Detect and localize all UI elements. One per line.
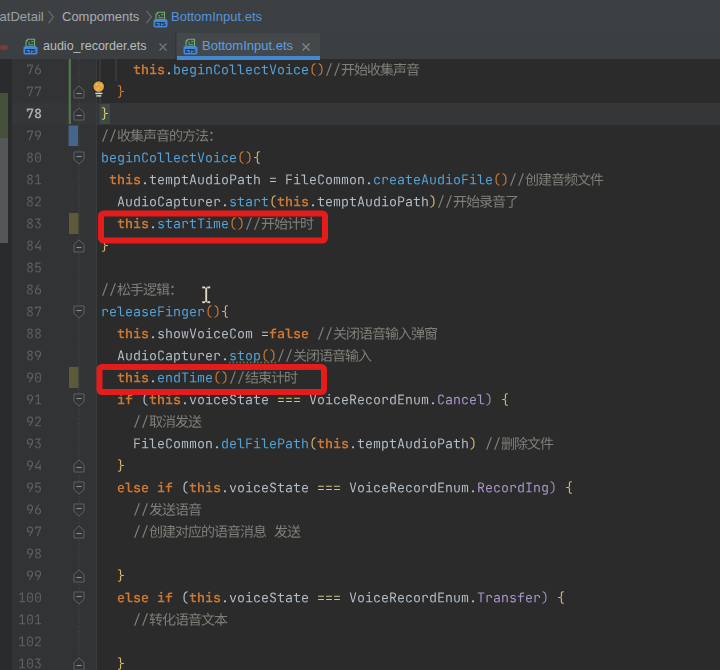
svg-text:ETS: ETS [25,47,36,54]
svg-text:ETS: ETS [155,20,166,27]
svg-text:ETS: ETS [185,47,196,54]
